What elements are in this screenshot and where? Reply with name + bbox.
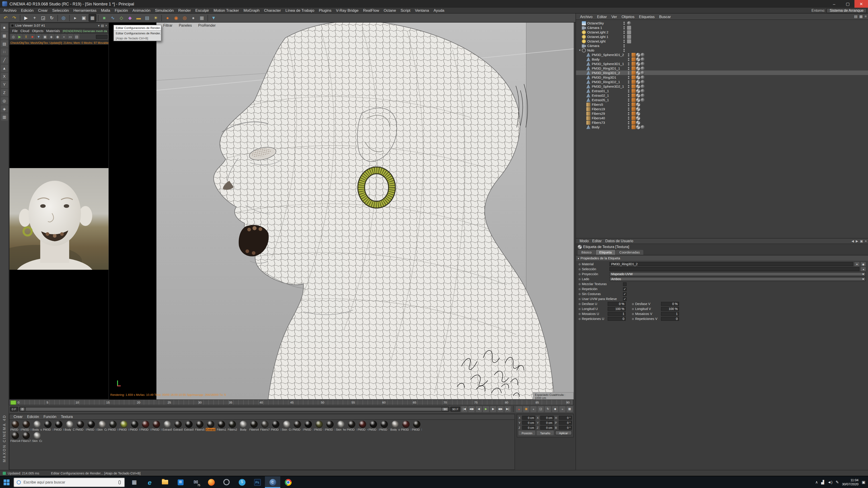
material-extras0[interactable]: Extras0 [173, 421, 183, 431]
object-row-pm3d-ring3d1[interactable]: PM3D_Ring3D1 [576, 75, 868, 79]
clipboard-copy-icon[interactable]: ▣ [42, 34, 48, 39]
end-frame-field[interactable]: 90 F [451, 406, 460, 412]
timeline-ruler[interactable]: 051015202530354045505560657075808590 [9, 399, 574, 405]
file-explorer-icon[interactable] [157, 476, 173, 488]
object-row-pm3d-ring3d1-2[interactable]: PM3D_Ring3D1_2 [576, 70, 868, 75]
seleccion-field[interactable] [610, 267, 860, 271]
param-field-mosaicos-v[interactable]: 1 [661, 312, 679, 316]
prev-key-button[interactable]: ◀◆ [468, 406, 475, 412]
menu-l-nea-de-trabajo[interactable]: Línea de Trabajo [283, 8, 317, 13]
taskbar-search[interactable]: Escribe aquí para buscar [13, 477, 125, 487]
record-parameter-button[interactable]: ◆ [552, 406, 558, 412]
param-field-repeticiones-v[interactable]: 0 [661, 317, 679, 321]
mat-tag-icon[interactable] [641, 93, 645, 97]
vp-menu-paneles[interactable]: Paneles [179, 23, 192, 27]
material-skin-co[interactable]: Skin_Co [282, 421, 291, 431]
mat-tag-icon[interactable] [641, 84, 645, 88]
material-extras0[interactable]: Extras0 [162, 421, 172, 431]
visibility-dots[interactable] [628, 80, 629, 84]
mode-texture-icon[interactable]: ▦ [1, 32, 8, 39]
visibility-dots[interactable] [628, 116, 629, 120]
material-extras0[interactable]: Extras0 [206, 421, 216, 431]
stop-render-icon[interactable]: ■ [29, 34, 35, 39]
add-cube-icon[interactable]: ■ [100, 14, 108, 22]
rotate-icon[interactable]: ↻ [48, 14, 56, 22]
orange-tag-icon[interactable] [631, 98, 636, 102]
mode-workplane-icon[interactable]: ▤ [1, 40, 8, 47]
live-selection-icon[interactable]: ▶ [22, 14, 30, 22]
frame-range-slider[interactable]: 0 90 [19, 406, 450, 412]
coord-input-aplicar-p[interactable]: 0 ° [559, 421, 572, 425]
coord-input-tama-o-z[interactable]: 0 cm [540, 426, 554, 430]
material-body-c[interactable]: Body_C [65, 421, 74, 431]
tooltip-row-1[interactable]: Editar Configuraciones de Render... [114, 25, 161, 31]
store-icon[interactable]: ⊞ [173, 476, 188, 488]
coord-input-aplicar-b[interactable]: 0 ° [559, 426, 572, 430]
coords-world-icon[interactable]: ◎ [1, 97, 8, 104]
material-pm3d-s[interactable]: PM3D_S [325, 421, 335, 431]
anim-dot[interactable] [579, 288, 581, 290]
am-lock-icon[interactable]: ▣ [860, 239, 863, 243]
coordinate-system-icon[interactable]: ◎ [60, 14, 67, 22]
material-body-s[interactable]: Body_s [32, 421, 42, 431]
material-pm3d-s[interactable]: PM3D_S [271, 421, 281, 431]
uvw-tag-icon[interactable] [636, 84, 640, 88]
uvw-tag-icon[interactable] [636, 125, 640, 129]
pause-render-icon[interactable]: ‖ [23, 34, 29, 39]
menu-octane[interactable]: Octane [381, 8, 398, 13]
object-row-body[interactable]: Body [576, 125, 868, 129]
mat-tag-icon[interactable] [641, 71, 645, 75]
anim-dot[interactable] [579, 278, 581, 280]
orange-tag-icon[interactable] [631, 93, 636, 97]
orange-tag-icon[interactable] [631, 102, 636, 106]
object-row-fibers5[interactable]: Fibers5 [576, 102, 868, 107]
firefox-icon[interactable] [204, 476, 219, 488]
range-start-handle[interactable]: 0 [20, 407, 25, 411]
material-pm3d-s[interactable]: PM3D_S [75, 421, 86, 431]
coord-input-posici-n-z[interactable]: 0 cm [522, 426, 535, 430]
anim-dot[interactable] [579, 283, 581, 285]
visibility-dots[interactable] [628, 62, 629, 65]
pen-icon[interactable]: ✎ [836, 480, 839, 484]
mat-tag-icon[interactable] [641, 98, 645, 102]
object-row-pm3d-sphere3d2-1[interactable]: PM3D_Sphere3D2_1 [576, 84, 868, 89]
anim-dot[interactable] [579, 318, 581, 320]
am-back-icon[interactable]: ◀ [851, 239, 854, 243]
uvw-tag-icon[interactable] [636, 121, 640, 125]
uvw-tag-icon[interactable] [636, 102, 640, 106]
attribute-section-header[interactable]: ▾ Propiedades de la Etiqueta [576, 256, 868, 261]
object-row-octanelight[interactable]: OctaneLight [576, 39, 868, 43]
restart-render-icon[interactable]: ▶ [17, 34, 23, 39]
uvw-tag-icon[interactable] [636, 98, 640, 102]
checkbox-mezclar-texturas[interactable] [623, 282, 627, 286]
task-view-icon[interactable]: ▦ [127, 476, 142, 488]
visibility-dots[interactable] [623, 31, 625, 34]
visibility-dots[interactable] [623, 26, 625, 29]
anim-dot[interactable] [632, 308, 634, 310]
material-pm3d-r[interactable]: PM3D_R [108, 421, 118, 431]
octane-settings-icon[interactable]: ◎ [10, 34, 16, 39]
object-row-pm3d-sphere3d1-2[interactable]: PM3D_Sphere3D1_2 [576, 53, 868, 57]
object-row-extras05-1[interactable]: Extras05_1 [576, 98, 868, 102]
live-viewer-dock-icon[interactable]: ▤ [101, 24, 104, 27]
section-collapse-icon[interactable]: ▾ [578, 257, 579, 260]
visibility-dots[interactable] [623, 39, 625, 43]
skype-icon[interactable]: S [234, 476, 250, 488]
object-row-c-mara-1[interactable]: Cámara 1 [576, 25, 868, 30]
orange-tag-icon[interactable] [631, 116, 636, 120]
lv-menu-materials[interactable]: Materials [45, 29, 61, 33]
mat-menu-funci-n[interactable]: Función [41, 415, 59, 419]
uvw-tag-icon[interactable] [636, 107, 640, 111]
orange-tag-icon[interactable] [631, 121, 636, 125]
add-light-icon[interactable]: ☀ [152, 14, 160, 22]
tab-etiqueta[interactable]: Etiqueta [596, 250, 615, 255]
visibility-dots[interactable] [628, 112, 629, 115]
clock[interactable]: 11:04 30/07/2020 [842, 478, 859, 486]
visibility-dots[interactable] [623, 22, 625, 25]
orange-tag-icon[interactable] [631, 89, 636, 93]
am-menu-editar[interactable]: Editar [590, 239, 603, 243]
octane-dialog-icon[interactable]: ● [164, 14, 171, 22]
live-viewer-close-icon[interactable]: × [105, 24, 107, 27]
coord-input-tama-o-y[interactable]: 0 cm [540, 421, 554, 425]
edge-icon[interactable]: e [142, 476, 157, 488]
